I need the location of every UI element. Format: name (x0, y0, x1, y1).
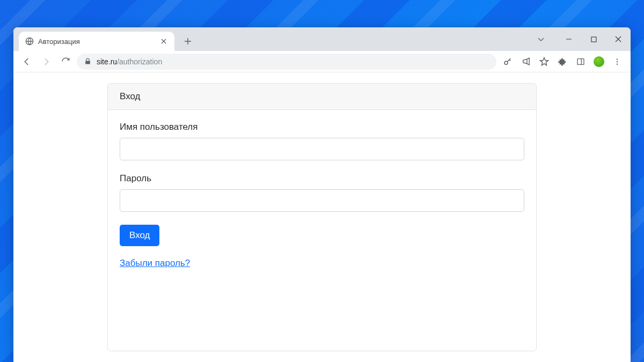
url-path: /authorization (117, 57, 162, 66)
browser-tab[interactable]: Авторизация (19, 32, 174, 51)
sidepanel-icon[interactable] (573, 54, 589, 70)
window-controls (529, 27, 631, 51)
browser-toolbar: site.ru/authorization (13, 51, 631, 72)
forward-button[interactable] (38, 54, 54, 70)
address-bar[interactable]: site.ru/authorization (77, 54, 496, 70)
star-icon[interactable] (536, 54, 552, 70)
back-button[interactable] (19, 54, 35, 70)
svg-rect-3 (577, 58, 584, 64)
new-tab-button[interactable] (180, 33, 196, 49)
svg-point-5 (617, 61, 618, 62)
tab-strip: Авторизация (13, 27, 631, 51)
svg-rect-1 (591, 37, 596, 42)
share-icon[interactable] (518, 54, 534, 70)
window-minimize-button[interactable] (557, 31, 581, 48)
tab-title: Авторизация (38, 38, 155, 46)
window-close-button[interactable] (606, 31, 631, 48)
login-card: Вход Имя пользователя Пароль Вход Забыли… (107, 83, 537, 351)
reload-button[interactable] (57, 54, 74, 70)
page-content: Вход Имя пользователя Пароль Вход Забыли… (13, 72, 631, 362)
svg-point-4 (617, 58, 618, 60)
password-input[interactable] (120, 189, 524, 212)
chevron-down-icon[interactable] (529, 31, 553, 48)
tab-close-button[interactable] (159, 37, 168, 46)
submit-button[interactable]: Вход (120, 225, 159, 246)
card-header: Вход (108, 84, 536, 110)
window-maximize-button[interactable] (581, 31, 606, 48)
username-input[interactable] (120, 138, 524, 160)
svg-point-6 (617, 63, 618, 64)
menu-icon[interactable] (609, 54, 625, 70)
key-icon[interactable] (500, 54, 516, 70)
globe-icon (25, 37, 34, 46)
browser-window: Авторизация (13, 27, 631, 362)
url-text: site.ru/authorization (97, 57, 162, 66)
lock-icon (84, 58, 91, 65)
extensions-icon[interactable] (554, 54, 570, 70)
password-label: Пароль (120, 173, 524, 184)
url-host: site.ru (97, 57, 117, 66)
profile-extension-icon[interactable] (591, 54, 607, 70)
svg-point-2 (504, 61, 508, 64)
card-body: Имя пользователя Пароль Вход Забыли паро… (108, 110, 536, 280)
username-label: Имя пользователя (120, 122, 524, 132)
toolbar-right-icons (500, 54, 625, 70)
forgot-password-link[interactable]: Забыли пароль? (120, 258, 190, 269)
